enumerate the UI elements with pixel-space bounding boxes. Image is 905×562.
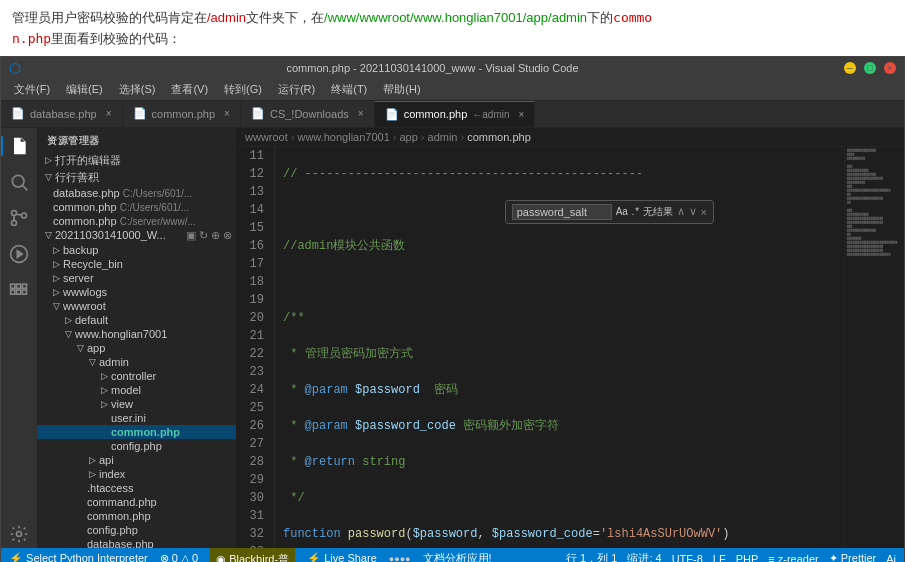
breadcrumb-current[interactable]: common.php bbox=[467, 131, 531, 143]
api-label: api bbox=[99, 454, 114, 466]
tab-common-php-1[interactable]: 📄 common.php × bbox=[123, 101, 241, 127]
menu-help[interactable]: 帮助(H) bbox=[376, 80, 427, 99]
status-analysis[interactable]: 文档分析应用! bbox=[423, 551, 492, 562]
sidebar-file-common-open1[interactable]: common.php C:/Users/601/... bbox=[37, 200, 236, 214]
menu-goto[interactable]: 转到(G) bbox=[217, 80, 269, 99]
menu-file[interactable]: 文件(F) bbox=[7, 80, 57, 99]
menu-run[interactable]: 运行(R) bbox=[271, 80, 322, 99]
status-prettier[interactable]: ✦ Prettier bbox=[829, 552, 877, 562]
find-prev-icon[interactable]: ∧ bbox=[677, 205, 685, 218]
sidebar-item-workspace[interactable]: ▽ 行行善积 bbox=[37, 169, 236, 186]
breadcrumb-app[interactable]: app bbox=[400, 131, 418, 143]
sidebar-folder-recycle[interactable]: ▷ Recycle_bin bbox=[37, 257, 236, 271]
status-spaces[interactable]: 缩进: 4 bbox=[627, 551, 661, 562]
sidebar-file-command[interactable]: command.php bbox=[37, 495, 236, 509]
tab-common-php-active[interactable]: 📄 common.php ←admin × bbox=[375, 101, 536, 127]
sidebar-file-common-active[interactable]: common.php bbox=[37, 425, 236, 439]
find-input[interactable] bbox=[512, 204, 612, 220]
sidebar-folder-model[interactable]: ▷ model bbox=[37, 383, 236, 397]
backup-chevron: ▷ bbox=[53, 245, 60, 255]
sidebar-folder-wwwlogs[interactable]: ▷ wwwlogs bbox=[37, 285, 236, 299]
sidebar-file-userini[interactable]: user.ini bbox=[37, 411, 236, 425]
menu-select[interactable]: 选择(S) bbox=[112, 80, 163, 99]
activity-extensions-icon[interactable] bbox=[5, 276, 33, 304]
status-lf[interactable]: LF bbox=[713, 553, 726, 562]
sidebar-folder-server[interactable]: ▷ server bbox=[37, 271, 236, 285]
folder-20211030-chevron: ▽ bbox=[45, 230, 52, 240]
find-label-regex[interactable]: .* bbox=[632, 206, 639, 217]
status-line-col[interactable]: 行 1，列 1 bbox=[566, 551, 617, 562]
sidebar-folder-app[interactable]: ▽ app bbox=[37, 341, 236, 355]
tab-label-database: database.php bbox=[30, 108, 97, 120]
window-controls[interactable]: ─ □ × bbox=[844, 62, 896, 74]
menu-terminal[interactable]: 终端(T) bbox=[324, 80, 374, 99]
tab-database-php[interactable]: 📄 database.php × bbox=[1, 101, 123, 127]
activity-git-icon[interactable] bbox=[5, 204, 33, 232]
tab-close-common1[interactable]: × bbox=[224, 108, 230, 119]
sidebar-file-config2[interactable]: config.php bbox=[37, 523, 236, 537]
workspace-label: 行行善积 bbox=[55, 170, 99, 185]
sidebar-folder-view[interactable]: ▷ view bbox=[37, 397, 236, 411]
breadcrumb-honglian[interactable]: www.honglian7001 bbox=[297, 131, 389, 143]
tab-close-cs[interactable]: × bbox=[358, 108, 364, 119]
tab-label-common1: common.php bbox=[152, 108, 216, 120]
sidebar-folder-admin[interactable]: ▽ admin bbox=[37, 355, 236, 369]
status-python[interactable]: ⚡ Select Python Interpreter bbox=[9, 552, 148, 562]
close-button[interactable]: × bbox=[884, 62, 896, 74]
editor-area: wwwroot › www.honglian7001 › app › admin… bbox=[237, 128, 904, 548]
breadcrumb-admin[interactable]: admin bbox=[428, 131, 458, 143]
sidebar: 资源管理器 ▷ 打开的编辑器 ▽ 行行善积 database.php C:/Us… bbox=[37, 128, 237, 548]
status-encoding[interactable]: UTF-8 bbox=[672, 553, 703, 562]
status-language[interactable]: PHP bbox=[736, 553, 759, 562]
find-match-count: 无结果 bbox=[643, 205, 673, 219]
sidebar-item-open-editors[interactable]: ▷ 打开的编辑器 bbox=[37, 152, 236, 169]
sidebar-folder-api[interactable]: ▷ api bbox=[37, 453, 236, 467]
menu-view[interactable]: 查看(V) bbox=[164, 80, 215, 99]
maximize-button[interactable]: □ bbox=[864, 62, 876, 74]
menu-edit[interactable]: 编辑(E) bbox=[59, 80, 110, 99]
intro-text: 管理员用户密码校验的代码肯定在/admin文件夹下，在/www/wwwroot/… bbox=[0, 0, 905, 56]
activity-search-icon[interactable] bbox=[5, 168, 33, 196]
command-label: command.php bbox=[87, 496, 157, 508]
tab-close-common-active[interactable]: × bbox=[519, 109, 525, 120]
sidebar-file-common2[interactable]: common.php bbox=[37, 509, 236, 523]
find-next-icon[interactable]: ∨ bbox=[689, 205, 697, 218]
sidebar-file-common-open2[interactable]: common.php C:/server/www/... bbox=[37, 214, 236, 228]
find-close-icon[interactable]: × bbox=[701, 206, 707, 218]
minimize-button[interactable]: ─ bbox=[844, 62, 856, 74]
sidebar-folder-default[interactable]: ▷ default bbox=[37, 313, 236, 327]
status-ai[interactable]: Ai bbox=[886, 553, 896, 562]
activity-settings-icon[interactable] bbox=[5, 520, 33, 548]
wwwlogs-label: wwwlogs bbox=[63, 286, 107, 298]
sidebar-folder-backup[interactable]: ▷ backup bbox=[37, 243, 236, 257]
svg-line-6 bbox=[17, 214, 22, 215]
sidebar-file-config[interactable]: config.php bbox=[37, 439, 236, 453]
sidebar-folder-wwwroot[interactable]: ▽ wwwroot bbox=[37, 299, 236, 313]
sidebar-file-database-open[interactable]: database.php C:/Users/601/... bbox=[37, 186, 236, 200]
sidebar-item-20211030[interactable]: ▽ 20211030141000_W... ▣ ↻ ⊕ ⊗ bbox=[37, 228, 236, 243]
sidebar-folder-controller[interactable]: ▷ controller bbox=[37, 369, 236, 383]
sidebar-folder-honglian[interactable]: ▽ www.honglian7001 bbox=[37, 327, 236, 341]
status-live-share[interactable]: ⚡ Live Share bbox=[307, 552, 377, 562]
status-zreader[interactable]: ≡ z-reader bbox=[768, 553, 818, 562]
find-label-aa[interactable]: Aa bbox=[616, 206, 628, 217]
activity-debug-icon[interactable] bbox=[5, 240, 33, 268]
main-content: 资源管理器 ▷ 打开的编辑器 ▽ 行行善积 database.php C:/Us… bbox=[1, 128, 904, 548]
admin-chevron: ▽ bbox=[89, 357, 96, 367]
tab-close-database[interactable]: × bbox=[106, 108, 112, 119]
tab-label-cs: CS_!Downloads bbox=[270, 108, 349, 120]
minimap: ████████████████ ████ ██████████ ███ ███… bbox=[844, 147, 904, 548]
default-label: default bbox=[75, 314, 108, 326]
activity-explorer-icon[interactable] bbox=[5, 132, 33, 160]
svg-rect-13 bbox=[17, 284, 21, 288]
status-errors[interactable]: ⊗ 0 △ 0 bbox=[160, 552, 198, 562]
honglian-label: www.honglian7001 bbox=[75, 328, 167, 340]
sidebar-file-htaccess[interactable]: .htaccess bbox=[37, 481, 236, 495]
tab-cs-downloads[interactable]: 📄 CS_!Downloads × bbox=[241, 101, 375, 127]
sidebar-folder-index[interactable]: ▷ index bbox=[37, 467, 236, 481]
sidebar-file-database[interactable]: database.php bbox=[37, 537, 236, 548]
status-blackbird[interactable]: ◉ Blackbird-普 bbox=[210, 548, 295, 562]
wwwroot-chevron: ▽ bbox=[53, 301, 60, 311]
breadcrumb-wwwroot[interactable]: wwwroot bbox=[245, 131, 288, 143]
controller-label: controller bbox=[111, 370, 156, 382]
